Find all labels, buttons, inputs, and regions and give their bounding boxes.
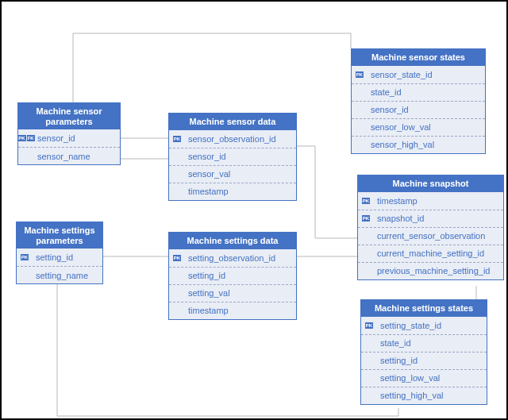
attribute-row: current_machine_setting_id — [358, 245, 503, 262]
attribute-label: setting_state_id — [377, 321, 444, 330]
key-cell: PK — [358, 215, 374, 222]
pk-badge: PK — [356, 71, 364, 78]
attribute-row: setting_id — [169, 267, 296, 284]
attribute-row: current_sensor_observation — [358, 227, 503, 245]
attribute-label: setting_id — [377, 356, 421, 365]
attribute-row: setting_high_val — [361, 387, 487, 404]
attribute-row: PKtimestamp — [358, 192, 503, 210]
pk-badge: PK — [173, 255, 181, 261]
attribute-row: sensor_name — [18, 147, 120, 164]
attribute-label: previous_machine_setting_id — [374, 266, 493, 276]
entity-machine-settings-states: Machine settings states PKsetting_state_… — [360, 299, 487, 405]
entity-rows: PKFKsensor_idsensor_name — [18, 129, 120, 164]
entity-title: Machine sensorparameters — [18, 103, 120, 129]
key-cell: PKFK — [18, 135, 34, 141]
attribute-label: setting_id — [185, 271, 229, 280]
attribute-label: setting_low_val — [377, 373, 443, 383]
attribute-row: setting_val — [169, 284, 296, 302]
attribute-row: PKsetting_id — [17, 249, 102, 266]
entity-rows: PKsetting_idsetting_name — [17, 249, 102, 283]
attribute-label: current_sensor_observation — [374, 231, 488, 241]
attribute-label: sensor_high_val — [368, 140, 437, 149]
attribute-row: PKsnapshot_id — [358, 210, 503, 227]
attribute-row: setting_name — [17, 266, 102, 283]
attribute-label: setting_id — [33, 252, 76, 262]
attribute-label: setting_val — [185, 288, 233, 298]
attribute-label: sensor_name — [34, 152, 94, 161]
key-cell: PK — [352, 71, 368, 78]
attribute-row: setting_id — [361, 352, 487, 369]
attribute-label: sensor_state_id — [368, 70, 436, 79]
attribute-row: previous_machine_setting_id — [358, 262, 503, 279]
pk-badge: PK — [365, 322, 373, 329]
entity-title: Machine settingsparameters — [17, 222, 102, 249]
attribute-row: sensor_id — [352, 101, 485, 118]
entity-rows: PKsensor_observation_idsensor_idsensor_v… — [169, 130, 296, 200]
attribute-row: PKFKsensor_id — [18, 129, 120, 147]
entity-title: Machine snapshot — [358, 175, 503, 192]
attribute-label: state_id — [368, 87, 405, 97]
entity-rows: PKsetting_observation_idsetting_idsettin… — [169, 249, 296, 319]
attribute-row: timestamp — [169, 183, 296, 200]
attribute-row: PKsensor_state_id — [352, 66, 485, 83]
pk-badge: PK — [17, 135, 25, 141]
attribute-label: sensor_observation_id — [185, 134, 279, 144]
attribute-label: current_machine_setting_id — [374, 249, 487, 258]
entity-machine-settings-parameters: Machine settingsparameters PKsetting_ids… — [16, 222, 103, 284]
entity-title: Machine settings data — [169, 233, 296, 249]
attribute-label: setting_high_val — [377, 391, 447, 400]
attribute-label: snapshot_id — [374, 214, 427, 223]
attribute-label: timestamp — [185, 187, 232, 196]
pk-badge: PK — [21, 254, 29, 260]
key-cell: PK — [361, 322, 377, 329]
attribute-row: sensor_low_val — [352, 118, 485, 136]
entity-rows: PKsensor_state_idstate_idsensor_idsensor… — [352, 66, 485, 153]
entity-title: Machine sensor data — [169, 114, 296, 130]
entity-rows: PKsetting_state_idstate_idsetting_idsett… — [361, 317, 487, 404]
entity-title: Machine sensor states — [352, 49, 485, 66]
attribute-row: sensor_val — [169, 165, 296, 183]
attribute-label: timestamp — [185, 306, 232, 315]
attribute-row: setting_low_val — [361, 369, 487, 387]
attribute-row: PKsetting_state_id — [361, 317, 487, 334]
key-cell: PK — [358, 198, 374, 204]
entity-machine-sensor-parameters: Machine sensorparameters PKFKsensor_idse… — [17, 102, 121, 165]
attribute-row: PKsensor_observation_id — [169, 130, 296, 148]
attribute-label: sensor_low_val — [368, 122, 434, 132]
attribute-label: setting_name — [33, 271, 91, 280]
attribute-row: timestamp — [169, 302, 296, 319]
entity-machine-sensor-data: Machine sensor data PKsensor_observation… — [168, 113, 297, 201]
attribute-label: sensor_id — [34, 133, 79, 143]
attribute-label: state_id — [377, 338, 414, 348]
key-cell: PK — [169, 255, 185, 261]
attribute-row: PKsetting_observation_id — [169, 249, 296, 267]
pk-badge: PK — [173, 136, 181, 142]
pk-badge: PK — [362, 215, 370, 222]
pk-badge: PK — [362, 198, 370, 204]
entity-machine-settings-data: Machine settings data PKsetting_observat… — [168, 232, 297, 320]
attribute-label: timestamp — [374, 196, 421, 206]
attribute-label: sensor_val — [185, 169, 233, 179]
attribute-label: setting_observation_id — [185, 253, 279, 263]
er-diagram-canvas: Machine sensor states PKsensor_state_ids… — [0, 0, 508, 420]
attribute-row: state_id — [352, 83, 485, 101]
key-cell: PK — [17, 254, 33, 260]
attribute-row: state_id — [361, 334, 487, 352]
entity-rows: PKtimestampPKsnapshot_idcurrent_sensor_o… — [358, 192, 503, 279]
entity-machine-sensor-states: Machine sensor states PKsensor_state_ids… — [351, 48, 486, 154]
key-cell: PK — [169, 136, 185, 142]
attribute-row: sensor_high_val — [352, 136, 485, 153]
attribute-row: sensor_id — [169, 148, 296, 165]
attribute-label: sensor_id — [368, 105, 412, 114]
attribute-label: sensor_id — [185, 152, 229, 161]
entity-machine-snapshot: Machine snapshot PKtimestampPKsnapshot_i… — [357, 175, 504, 280]
entity-title: Machine settings states — [361, 300, 487, 317]
